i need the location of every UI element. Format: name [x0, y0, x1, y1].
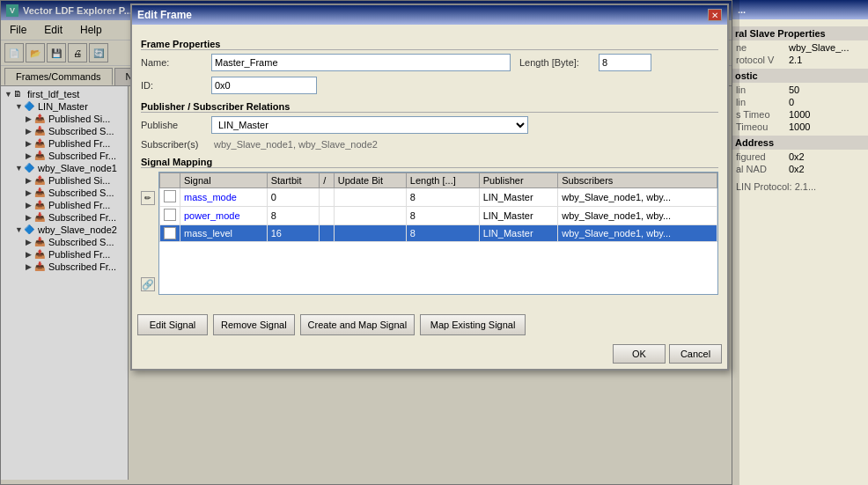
right-panel-content: ral Slave Properties ne wby_Slave_... ro… [732, 19, 868, 195]
form-row-publisher: Publishe LIN_Master [141, 116, 718, 134]
row-divider [320, 188, 334, 207]
name-input[interactable] [211, 54, 511, 71]
edit-signal-button[interactable]: Edit Signal [137, 314, 208, 335]
prop-value-configured: 0x2 [789, 151, 805, 162]
modal-close-button[interactable]: ✕ [708, 9, 722, 21]
lin-protocol-label: LIN Protocol: 2.1... [736, 181, 864, 192]
row-signal: power_mode [180, 207, 268, 225]
col-updatebit-header: Update Bit [334, 173, 406, 188]
map-signal-button[interactable]: Map Existing Signal [420, 314, 526, 335]
modal-footer: Edit Signal Remove Signal Create and Map… [132, 311, 727, 341]
prop-label-lin1: lin [736, 85, 789, 95]
row-subscribers: wby_Slave_node1, wby... [558, 188, 717, 207]
prop-label-nad: al NAD [736, 164, 789, 174]
row-divider [320, 225, 334, 242]
id-input[interactable] [211, 77, 317, 94]
section-signal-mapping: Signal Mapping [141, 157, 718, 168]
row-updatebit [334, 188, 406, 207]
col-slash-header: / [320, 173, 334, 188]
section-frame-properties: Frame Properties [141, 39, 718, 50]
section-publisher-subscriber: Publisher / Subscriber Relations [141, 101, 718, 113]
prop-section-address: Address [732, 136, 868, 150]
prop-label-configured: figured [736, 151, 789, 162]
col-signal-header: Signal [180, 173, 268, 188]
prop-value-lin2: 0 [789, 97, 794, 107]
length-input[interactable] [599, 54, 651, 71]
col-publisher-header: Publisher [479, 173, 558, 188]
prop-value-timeout: 1000 [789, 121, 810, 132]
prop-row-name: ne wby_Slave_... [736, 42, 864, 53]
prop-value-s-timeout: 1000 [789, 109, 810, 120]
col-length-header: Length [...] [406, 173, 479, 188]
signal-table-header: Signal Startbit / Update Bit Length [...… [160, 173, 717, 188]
prop-value-ne: wby_Slave_... [789, 42, 849, 53]
table-side-icons: ✏ 🔗 [141, 172, 155, 300]
create-signal-button[interactable]: Create and Map Signal [300, 314, 416, 335]
signal-table: Signal Startbit / Update Bit Length [...… [159, 173, 717, 242]
row-subscribers: wby_Slave_node1, wby... [558, 225, 717, 242]
row-divider [320, 207, 334, 225]
prop-row-lin1: lin 50 [736, 85, 864, 95]
right-panel: ... ral Slave Properties ne wby_Slave_..… [732, 0, 868, 485]
publisher-select[interactable]: LIN_Master [211, 116, 528, 134]
row-length: 8 [406, 207, 479, 225]
prop-row-timeout: Timeou 1000 [736, 121, 864, 132]
prop-value-lin1: 50 [789, 85, 799, 95]
table-row[interactable]: mass_mode 0 8 LIN_Master wby_Slave_node1… [160, 188, 717, 207]
row-length: 8 [406, 188, 479, 207]
row-checkbox[interactable] [160, 188, 180, 207]
prop-section-diag: ostic [732, 69, 868, 83]
prop-label-protocol: rotocol V [736, 55, 789, 65]
prop-value-nad: 0x2 [789, 164, 805, 174]
cancel-button[interactable]: Cancel [669, 344, 722, 364]
prop-row-protocol: rotocol V 2.1 [736, 55, 864, 65]
signal-table-wrapper: ✏ 🔗 Signal Startbit / Update Bit Lengt [141, 172, 718, 300]
row-signal: mass_mode [180, 188, 268, 207]
row-startbit: 0 [267, 188, 320, 207]
prop-value-protocol: 2.1 [789, 55, 802, 65]
modal-body: Frame Properties Name: Length [Byte]: ID… [132, 25, 727, 311]
prop-label-s-timeout: s Timeo [736, 109, 789, 120]
row-publisher: LIN_Master [479, 188, 558, 207]
table-row[interactable]: power_mode 8 8 LIN_Master wby_Slave_node… [160, 207, 717, 225]
row-updatebit [334, 225, 406, 242]
prop-label-timeout: Timeou [736, 121, 789, 132]
row-startbit: 16 [267, 225, 320, 242]
prop-label-ne: ne [736, 42, 789, 53]
table-row[interactable]: ✓ mass_level 16 8 LIN_Master wby_Slave_n… [160, 225, 717, 242]
add-icon[interactable]: 🔗 [141, 277, 155, 291]
signal-table-container: Signal Startbit / Update Bit Length [...… [158, 172, 718, 295]
right-panel-titlebar: ... [732, 0, 868, 19]
prop-row-lin2: lin 0 [736, 97, 864, 107]
prop-row-s-timeout: s Timeo 1000 [736, 109, 864, 120]
row-publisher: LIN_Master [479, 207, 558, 225]
row-checkbox[interactable]: ✓ [160, 225, 180, 242]
row-signal: mass_level [180, 225, 268, 242]
ok-cancel-group: OK Cancel [132, 344, 727, 369]
remove-signal-button[interactable]: Remove Signal [213, 314, 295, 335]
row-updatebit [334, 207, 406, 225]
row-checkbox[interactable] [160, 207, 180, 225]
modal-titlebar: Edit Frame ✕ [132, 5, 727, 25]
row-length: 8 [406, 225, 479, 242]
col-subscribers-header: Subscribers [558, 173, 717, 188]
subscriber-label: Subscriber(s) [141, 139, 211, 150]
publisher-label: Publishe [141, 120, 211, 130]
row-startbit: 8 [267, 207, 320, 225]
prop-row-configured: figured 0x2 [736, 151, 864, 162]
col-checkbox-header [160, 173, 180, 188]
form-row-id: ID: [141, 77, 718, 94]
signal-action-buttons: Edit Signal Remove Signal Create and Map… [137, 314, 526, 335]
prop-section-header: ral Slave Properties [732, 26, 868, 40]
form-row-name: Name: Length [Byte]: [141, 54, 718, 71]
row-publisher: LIN_Master [479, 225, 558, 242]
row-subscribers: wby_Slave_node1, wby... [558, 207, 717, 225]
col-startbit-header: Startbit [267, 173, 320, 188]
id-label: ID: [141, 80, 211, 91]
modal-title: Edit Frame [137, 9, 192, 21]
edit-row-icon[interactable]: ✏ [141, 191, 155, 205]
name-label: Name: [141, 57, 211, 68]
subscriber-value: wby_Slave_node1, wby_Slave_node2 [211, 139, 380, 150]
edit-frame-dialog: Edit Frame ✕ Frame Properties Name: Leng… [130, 4, 729, 371]
ok-button[interactable]: OK [613, 344, 666, 364]
